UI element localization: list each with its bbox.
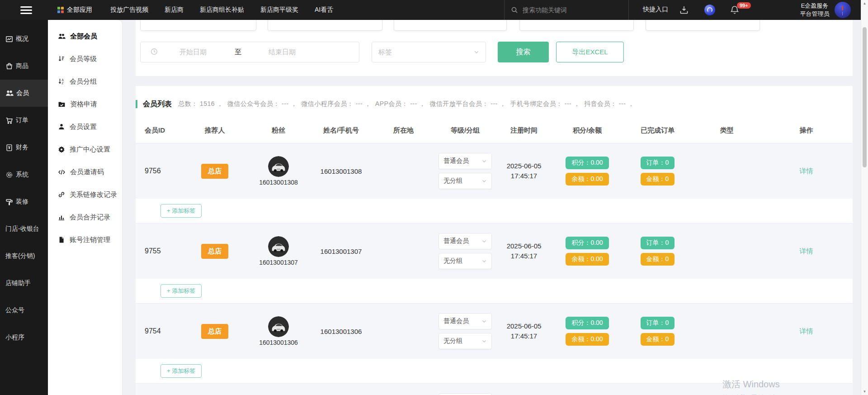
member-submenu: 全部会员会员等级AZ会员分组资格申请会员设置推广中心设置会员邀请码关系链修改记录… <box>48 20 122 395</box>
sidebar-item[interactable]: 概况 <box>0 25 48 52</box>
scroll-thumb[interactable] <box>863 27 867 167</box>
start-date-placeholder: 开始日期 <box>179 48 207 57</box>
sidebar-item[interactable]: 门店-收银台 <box>0 215 48 243</box>
sidebar-item[interactable]: 系统 <box>0 161 48 188</box>
column-header: 已完成订单 <box>622 126 693 135</box>
select-value: 无分组 <box>443 337 462 345</box>
add-tag-button[interactable]: + 添加标签 <box>160 364 202 378</box>
sidebar-item[interactable]: 推客(分销) <box>0 243 48 270</box>
level-group-select[interactable]: 无分组 <box>439 253 492 269</box>
bar-chart-icon <box>58 214 65 221</box>
submenu-item[interactable]: AZ会员分组 <box>48 70 122 93</box>
member-row: 9754总店1601300130616013001306普通会员无分组2025-… <box>136 303 853 359</box>
sidebar: 概况商品会员订单财务系统装修门店-收银台推客(分销)店铺助手公众号小程序 <box>0 20 48 395</box>
list-title: 会员列表 <box>143 100 172 109</box>
sidebar-item[interactable]: 会员 <box>0 80 48 107</box>
submenu-item[interactable]: 会员设置 <box>48 115 122 138</box>
file-icon <box>58 236 65 243</box>
tag-select[interactable]: 标签 <box>372 42 486 62</box>
level-group-select[interactable]: 普通会员 <box>439 153 492 169</box>
name-phone: 16013001308 <box>311 167 372 175</box>
clock-icon <box>151 48 158 57</box>
cart-icon <box>5 117 13 124</box>
sidebar-item[interactable]: 订单 <box>0 107 48 134</box>
topbar-divider <box>628 0 629 20</box>
users-icon <box>5 89 14 97</box>
submenu-item[interactable]: 会员邀请码 <box>48 161 122 183</box>
level-group-select[interactable] <box>439 393 492 395</box>
submenu-item[interactable]: 资格申请 <box>48 93 122 115</box>
submenu-item[interactable]: 账号注销管理 <box>48 228 122 251</box>
topnav-item[interactable]: 新店商组长补贴 <box>200 6 244 14</box>
level-group-select[interactable]: 普通会员 <box>439 313 492 329</box>
chart-icon <box>5 35 13 43</box>
date-range-picker[interactable]: 开始日期 至 结束日期 <box>140 42 359 62</box>
submenu-item[interactable]: 关系链修改记录 <box>48 183 122 206</box>
fans-name: 16013001307 <box>246 259 311 266</box>
avatar[interactable] <box>835 2 851 18</box>
sort-level-icon <box>58 55 65 62</box>
user-name[interactable]: E企盈服务 平台管理员 <box>797 2 833 18</box>
submenu-item[interactable]: 推广中心设置 <box>48 138 122 161</box>
member-stats: 总数： 1516 ， 微信公众号会员： --- ， 微信小程序会员： --- ，… <box>178 100 634 108</box>
column-header: 所在地 <box>372 126 435 135</box>
level-group-select[interactable]: 无分组 <box>439 173 492 189</box>
fans-name: 16013001306 <box>246 339 311 346</box>
service-icon[interactable] <box>704 5 715 15</box>
submenu-item-label: 会员设置 <box>70 123 97 131</box>
sidebar-item-label: 概况 <box>16 35 28 43</box>
level-group-select[interactable]: 无分组 <box>439 333 492 349</box>
download-icon[interactable] <box>679 5 689 17</box>
scrollbar[interactable]: ▲ ▼ <box>861 0 868 395</box>
topnav-item[interactable]: 新店商 <box>165 6 184 14</box>
add-tag-button[interactable]: + 添加标签 <box>160 284 202 298</box>
sidebar-item-label: 店铺助手 <box>5 279 31 287</box>
submenu-item-label: 会员合并记录 <box>70 213 110 222</box>
hamburger-menu-icon[interactable] <box>20 6 32 14</box>
status-badge: 订单：0 <box>641 157 675 169</box>
submenu-item[interactable]: 会员合并记录 <box>48 206 122 228</box>
search-button[interactable]: 搜索 <box>498 42 549 62</box>
topbar: 全部应用 投放广告视频新店商新店商组长补贴新店商平级奖AI看舌 快捷入口 99+… <box>0 0 868 20</box>
chevron-down-icon <box>481 238 487 244</box>
gear-solid-icon <box>58 146 65 153</box>
sidebar-item[interactable]: 小程序 <box>0 324 48 351</box>
submenu-item[interactable]: 会员等级 <box>48 48 122 70</box>
sidebar-item[interactable]: 店铺助手 <box>0 270 48 297</box>
sidebar-item[interactable]: 财务 <box>0 134 48 161</box>
topbar-divider <box>504 0 505 20</box>
quick-entry-link[interactable]: 快捷入口 <box>643 5 668 14</box>
status-badge: 订单：0 <box>641 237 675 249</box>
member-list-header: 会员列表 总数： 1516 ， 微信公众号会员： --- ， 微信小程序会员： … <box>136 97 853 111</box>
topbar-search[interactable] <box>511 0 624 20</box>
detail-link[interactable]: 详情 <box>800 327 813 335</box>
export-excel-button[interactable]: 导出EXCEL <box>556 42 624 62</box>
scroll-up-arrow[interactable]: ▲ <box>861 1 868 5</box>
all-apps-button[interactable]: 全部应用 <box>57 6 92 14</box>
member-avatar <box>268 236 289 257</box>
submenu-item-label: 会员邀请码 <box>70 168 104 176</box>
all-apps-label: 全部应用 <box>67 6 92 14</box>
sidebar-item[interactable]: 商品 <box>0 52 48 80</box>
detail-link[interactable]: 详情 <box>800 247 813 255</box>
member-id: 9755 <box>136 247 183 255</box>
submenu-item-label: 会员等级 <box>70 55 97 63</box>
submenu-item[interactable]: 全部会员 <box>48 25 122 48</box>
member-row <box>136 383 853 395</box>
submenu-item-label: 资格申请 <box>70 100 97 109</box>
level-group-select[interactable]: 普通会员 <box>439 233 492 249</box>
scroll-down-arrow[interactable]: ▼ <box>861 390 868 394</box>
status-badge: 积分：0.00 <box>566 317 609 329</box>
name-phone: 16013001306 <box>311 328 372 335</box>
referrer-badge: 总店 <box>201 324 228 339</box>
add-tag-button[interactable]: + 添加标签 <box>160 204 202 218</box>
search-input[interactable] <box>522 6 614 14</box>
sidebar-item[interactable]: 装修 <box>0 188 48 215</box>
sidebar-item[interactable]: 公众号 <box>0 297 48 324</box>
detail-link[interactable]: 详情 <box>800 167 813 175</box>
topnav-item[interactable]: 投放广告视频 <box>110 6 148 14</box>
title-accent-bar <box>136 100 137 108</box>
status-badge: 金额：0 <box>641 253 675 266</box>
topnav-item[interactable]: AI看舌 <box>315 6 333 14</box>
topnav-item[interactable]: 新店商平级奖 <box>260 6 298 14</box>
